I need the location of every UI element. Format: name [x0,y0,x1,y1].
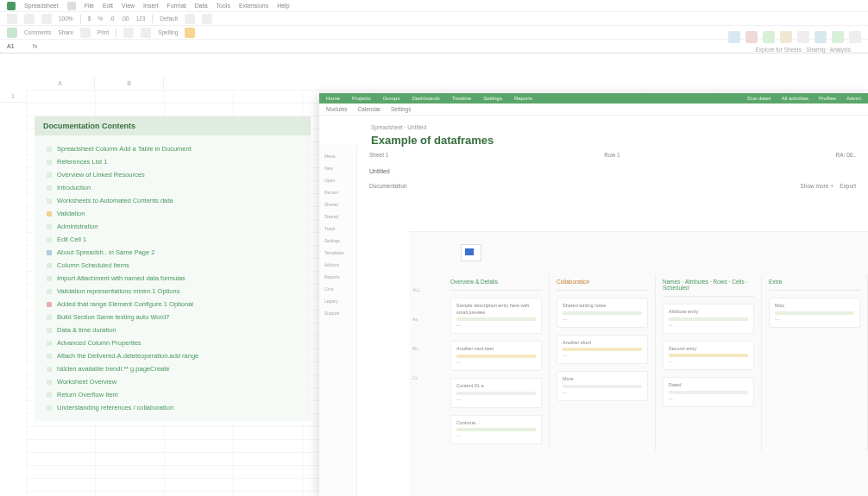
nav-link[interactable]: All activities [782,96,808,101]
nav-link[interactable]: Projects [352,96,371,101]
export-button[interactable]: Export [840,183,856,189]
sidebar-item[interactable]: Addons [319,259,356,271]
tab[interactable]: Settings [391,106,412,112]
filter-icon[interactable] [123,28,134,38]
percent-button[interactable]: % [97,16,103,22]
sidebar-item[interactable]: Reports [319,271,356,283]
link-icon[interactable] [80,28,91,38]
doc-link[interactable]: About Spreadsh.. in Same Page 2 [35,246,311,259]
sidebar-item[interactable]: Open [319,174,356,186]
kanban-card[interactable]: Dated— [663,377,754,407]
doc-link[interactable]: Added that range Element Configure 1 Opt… [35,298,311,311]
col-header[interactable]: B [95,78,164,90]
preview-thumbnail[interactable] [461,244,481,261]
italic-icon[interactable] [202,14,212,24]
menu-item[interactable]: Tools [217,3,230,9]
print-icon[interactable] [41,14,52,24]
nav-link[interactable]: Groups [383,96,400,101]
show-more-link[interactable]: Show more + [800,183,833,189]
kanban-card[interactable]: Another card item— [450,341,542,371]
nav-link[interactable]: Reports [514,96,532,101]
zoom-select[interactable]: 100% [59,16,73,22]
doc-link[interactable]: Validation [35,207,311,220]
insert-chart-icon[interactable] [728,31,740,43]
doc-link[interactable]: Spreadsheet Column Add a Table in Docume… [35,142,311,155]
nav-link[interactable]: Settings [483,96,502,101]
font-select[interactable]: Default [160,16,178,22]
col-header[interactable]: A [26,78,95,90]
menu-item[interactable]: Data [195,3,208,9]
doc-link[interactable]: hidden available trendl.** g.pageCreate [35,362,311,375]
sidebar-item[interactable]: Starred [319,210,356,223]
doc-link[interactable]: Worksheet Overview [35,375,311,388]
menu-item[interactable]: View [122,3,135,9]
more-icon[interactable] [797,31,809,43]
collapse-icon[interactable] [849,31,861,43]
tab[interactable]: Calendar [358,106,381,112]
doc-link[interactable]: Build Section Same testing auto Word7 [35,311,311,323]
sidebar-item[interactable]: Templates [319,247,356,259]
kanban-card[interactable]: More— [557,371,648,401]
sidebar-item[interactable]: Menu [319,150,356,162]
explore-icon[interactable] [815,31,827,43]
sidebar-item[interactable]: Recent [319,186,356,198]
addon-icon[interactable] [780,31,792,43]
tab[interactable]: Modules [326,106,348,112]
doc-link[interactable]: Column Scheduled Items [35,259,311,272]
doc-link[interactable]: Data & time duration [35,323,311,336]
nav-link[interactable]: Due dates [747,96,771,101]
sidebar-item[interactable]: Support [319,307,356,319]
insert-image-icon[interactable] [745,31,758,43]
dec-increase-button[interactable]: .00 [121,16,129,22]
toolbar-label[interactable]: Share [58,29,72,35]
doc-link[interactable]: Edit Cell 1 [35,233,311,246]
kanban-card[interactable]: Sample description entry here with small… [450,298,542,334]
undo-icon[interactable] [7,14,17,24]
nav-link[interactable]: Dashboards [412,96,439,101]
menu-item[interactable]: Edit [103,3,113,9]
sidebar-item[interactable]: Shared [319,198,356,210]
doc-link[interactable]: Validation representations minim.1 Optio… [35,285,311,298]
doc-link[interactable]: Overview of Linked Resources [35,168,311,181]
doc-link[interactable]: Advanced Column Properties [35,336,311,349]
kanban-card[interactable]: Content 01 a— [450,378,542,408]
menu-item[interactable]: Extensions [239,3,268,9]
kanban-card[interactable]: Misc— [769,298,860,328]
nav-link[interactable]: Profiles [819,96,836,101]
currency-button[interactable]: $ [88,16,91,22]
share-icon[interactable] [7,28,17,38]
sidebar-item[interactable]: Settings [319,235,356,247]
sidebar-item[interactable]: Trash [319,223,356,235]
comments-icon[interactable] [832,31,844,43]
nav-link[interactable]: Timeline [452,96,471,101]
menu-item[interactable]: File [85,3,94,9]
name-box[interactable]: A1 [7,43,28,49]
doc-link[interactable]: Understanding references / collaboration [35,401,311,414]
nav-link[interactable]: Admin [846,96,861,101]
nav-link[interactable]: Home [326,96,340,101]
menu-file[interactable]: Spreadsheet [24,3,59,9]
functions-icon[interactable] [763,31,775,43]
kanban-card[interactable]: Continue…— [450,415,542,445]
sidebar-item[interactable]: Cmd [319,283,356,295]
doc-link[interactable]: Return Overflow Item [35,388,311,401]
toolbar-label[interactable]: Print [97,29,109,35]
bold-icon[interactable] [185,14,195,24]
format-button[interactable]: 123 [136,16,146,22]
doc-link[interactable]: Import Attachment with named data formul… [35,272,311,285]
dec-decrease-button[interactable]: .0 [110,16,114,22]
kanban-card[interactable]: Second entry— [663,341,754,371]
menu-item[interactable]: Format [167,3,186,9]
toolbar-label[interactable]: Comments [24,29,51,35]
redo-icon[interactable] [24,14,35,24]
sidebar-item[interactable]: New [319,162,356,174]
doc-link[interactable]: Administration [35,220,311,233]
doc-link[interactable]: References List 1 [35,155,311,168]
toolbar-label[interactable]: Spelling [158,29,178,35]
row-header[interactable]: 1 [0,90,26,103]
chart-icon[interactable] [185,28,195,38]
kanban-card[interactable]: Another short— [557,335,648,365]
star-icon[interactable] [67,2,76,10]
menu-item[interactable]: Help [277,3,289,9]
doc-link[interactable]: Attach the Delivered.A.deleteoperation.a… [35,349,311,362]
